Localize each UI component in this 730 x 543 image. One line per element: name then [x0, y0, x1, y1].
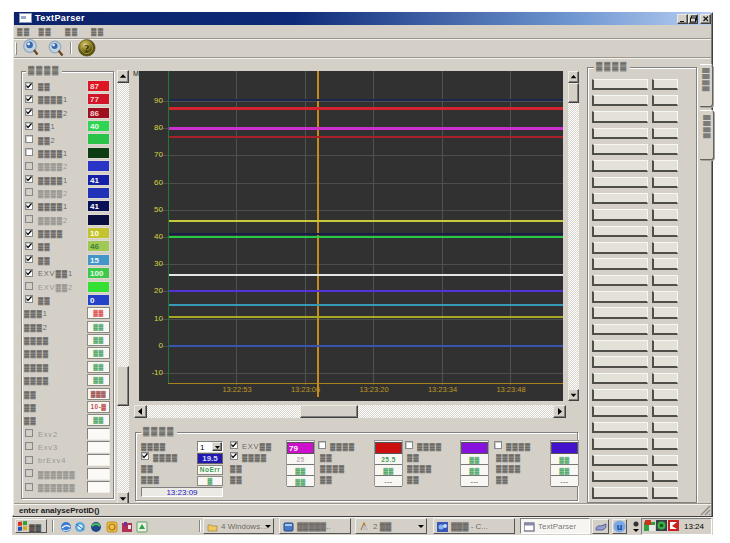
- svg-text:?: ?: [84, 43, 89, 54]
- svg-text:u: u: [617, 522, 623, 532]
